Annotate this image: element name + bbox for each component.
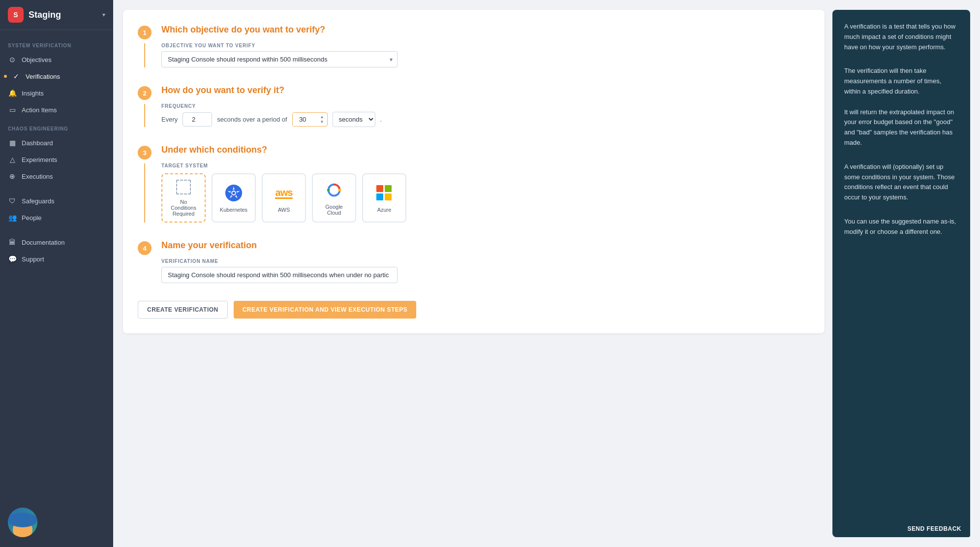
sidebar-header: S Staging ▾ — [0, 0, 113, 30]
sidebar-item-executions[interactable]: ⊕ Executions — [0, 168, 113, 185]
send-feedback-button[interactable]: SEND FEEDBACK — [898, 520, 970, 537]
safeguards-icon: 🛡 — [8, 196, 17, 205]
step-3-content: Under which conditions? TARGET SYSTEM No… — [161, 145, 810, 223]
sidebar: S Staging ▾ SYSTEM VERIFICATION ⊙ Object… — [0, 0, 113, 547]
frequency-input[interactable] — [183, 112, 212, 127]
step-1-title: Which objective do you want to verify? — [161, 25, 810, 35]
chaos-engineering-label: CHAOS ENGINEERING — [0, 118, 113, 134]
objectives-icon: ⊙ — [8, 55, 17, 64]
step-4-block: 4 Name your verification VERIFICATION NA… — [138, 240, 810, 283]
target-kubernetes-label: Kubernetes — [220, 207, 247, 213]
experiments-icon: △ — [8, 155, 17, 164]
verification-name-field-label: VERIFICATION NAME — [161, 258, 810, 264]
chevron-down-icon[interactable]: ▾ — [102, 11, 105, 18]
info-text-3: A verification will (optionally) set up … — [844, 162, 958, 203]
svg-point-8 — [338, 189, 341, 192]
sidebar-item-insights[interactable]: 🔔 Insights — [0, 85, 113, 101]
sidebar-item-people[interactable]: 👥 People — [0, 209, 113, 226]
sidebar-item-support[interactable]: 💬 Support — [0, 251, 113, 267]
svg-point-9 — [327, 189, 330, 192]
documentation-icon: 🏛 — [8, 238, 17, 247]
people-icon: 👥 — [8, 213, 17, 222]
executions-icon: ⊕ — [8, 172, 17, 181]
verification-name-input[interactable] — [161, 267, 398, 283]
info-section-1: A verification is a test that tells you … — [844, 22, 958, 52]
sidebar-item-experiments[interactable]: △ Experiments — [0, 151, 113, 168]
sidebar-item-label: Documentation — [22, 239, 64, 246]
no-conditions-icon — [174, 179, 193, 195]
target-aws-label: AWS — [278, 207, 290, 213]
app-title: Staging — [29, 10, 61, 20]
sidebar-item-verifications[interactable]: ✓ Verifications — [0, 68, 113, 85]
target-kubernetes[interactable]: Kubernetes — [212, 173, 256, 223]
main-content: 1 Which objective do you want to verify?… — [113, 0, 980, 547]
frequency-field-label: FREQUENCY — [161, 103, 382, 109]
every-label: Every — [161, 116, 178, 123]
verification-form: 1 Which objective do you want to verify?… — [123, 10, 825, 333]
sidebar-item-label: Objectives — [22, 56, 52, 64]
sidebar-item-action-items[interactable]: ▭ Action Items — [0, 101, 113, 118]
period-label: seconds over a period of — [217, 116, 287, 123]
duration-up-button[interactable]: ▲ — [319, 115, 325, 120]
app-icon: S — [8, 7, 24, 23]
target-azure[interactable]: Azure — [362, 173, 406, 223]
sidebar-item-label: Support — [22, 256, 44, 263]
sidebar-item-label: Experiments — [22, 156, 57, 163]
step-4-number: 4 — [138, 241, 152, 255]
duration-input[interactable] — [293, 113, 317, 126]
info-panel: A verification is a test that tells you … — [832, 10, 970, 537]
insights-icon: 🔔 — [8, 89, 17, 97]
info-text-2a: The verification will then take measurem… — [844, 66, 958, 97]
sidebar-item-label: Verifications — [26, 73, 60, 80]
step-3-number: 3 — [138, 146, 152, 160]
info-section-4: You can use the suggested name as-is, mo… — [844, 217, 958, 237]
info-section-2: The verification will then take measurem… — [844, 66, 958, 148]
step-2-block: 2 How do you want to verify it? FREQUENC… — [138, 85, 810, 127]
step-1-number: 1 — [138, 26, 152, 39]
sidebar-item-label: Executions — [22, 173, 53, 180]
create-verification-button[interactable]: CREATE VERIFICATION — [138, 301, 228, 319]
frequency-row: Every seconds over a period of ▲ ▼ — [161, 112, 382, 127]
target-none-label: No Conditions Required — [167, 199, 200, 217]
send-feedback-area: SEND FEEDBACK — [898, 520, 970, 537]
sidebar-item-label: Dashboard — [22, 139, 53, 147]
target-azure-label: Azure — [377, 207, 392, 213]
step-3-title: Under which conditions? — [161, 145, 810, 155]
sidebar-item-objectives[interactable]: ⊙ Objectives — [0, 51, 113, 68]
objective-select-wrapper: Staging Console should respond within 50… — [161, 51, 398, 67]
target-google-cloud-label: Google Cloud — [318, 204, 350, 216]
sidebar-item-label: Action Items — [22, 106, 57, 114]
active-dot — [4, 75, 7, 78]
system-verification-label: SYSTEM VERIFICATION — [0, 35, 113, 51]
info-section-3: A verification will (optionally) set up … — [844, 162, 958, 203]
duration-unit-select[interactable]: seconds minutes hours — [333, 112, 375, 127]
objective-select[interactable]: Staging Console should respond within 50… — [161, 51, 398, 67]
step-2-number: 2 — [138, 86, 152, 100]
info-text-2b: It will return the extrapolated impact o… — [844, 107, 958, 148]
target-aws[interactable]: aws AWS — [262, 173, 306, 223]
verifications-icon: ✓ — [12, 72, 21, 81]
step-2-title: How do you want to verify it? — [161, 85, 810, 96]
target-field-label: TARGET SYSTEM — [161, 163, 810, 168]
action-buttons-row: CREATE VERIFICATION CREATE VERIFICATION … — [138, 301, 810, 319]
sidebar-item-dashboard[interactable]: ▦ Dashboard — [0, 134, 113, 151]
sidebar-item-label: Insights — [22, 90, 44, 97]
kubernetes-icon — [224, 183, 244, 203]
period-end: . — [380, 116, 382, 123]
create-verification-view-steps-button[interactable]: CREATE VERIFICATION AND VIEW EXECUTION S… — [234, 301, 417, 319]
target-none[interactable]: No Conditions Required — [161, 173, 206, 223]
step-1-content: Which objective do you want to verify? O… — [161, 25, 810, 67]
duration-spinners: ▲ ▼ — [317, 115, 327, 125]
sidebar-item-safeguards[interactable]: 🛡 Safeguards — [0, 193, 113, 209]
objective-field-label: OBJECTIVE YOU WANT TO VERIFY — [161, 43, 810, 48]
step-1-block: 1 Which objective do you want to verify?… — [138, 25, 810, 67]
step-3-block: 3 Under which conditions? TARGET SYSTEM … — [138, 145, 810, 223]
sidebar-item-documentation[interactable]: 🏛 Documentation — [0, 234, 113, 251]
step-4-content: Name your verification VERIFICATION NAME — [161, 240, 810, 283]
svg-point-7 — [232, 192, 235, 194]
action-items-icon: ▭ — [8, 105, 17, 114]
duration-down-button[interactable]: ▼ — [319, 120, 325, 125]
aws-icon: aws — [274, 183, 294, 203]
target-cards: No Conditions Required — [161, 173, 810, 223]
target-google-cloud[interactable]: Google Cloud — [312, 173, 356, 223]
